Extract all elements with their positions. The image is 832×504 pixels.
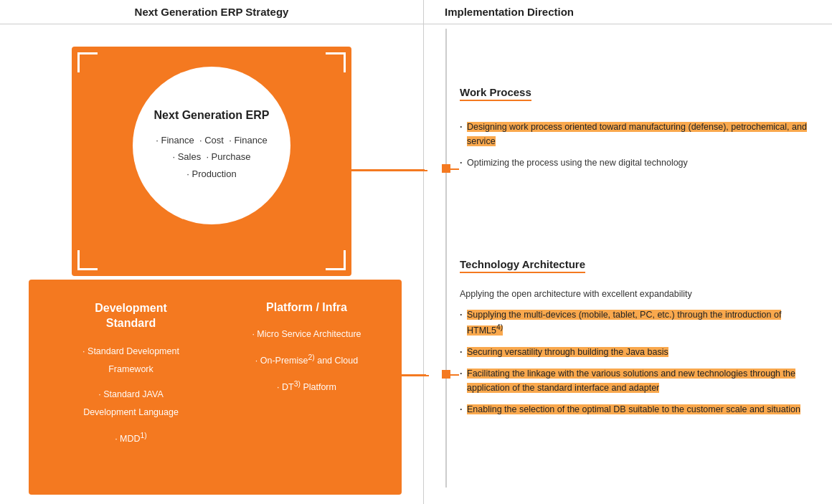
left-panel: Next Generation ERP · Finance · Cost · F… <box>0 0 423 504</box>
dev-standard-items: · Standard DevelopmentFramework · Standa… <box>50 343 212 448</box>
platform-column: Platform / Infra · Micro Service Archite… <box>226 301 387 480</box>
work-process-bullet-2: Optimizing the process using the new dig… <box>460 156 811 170</box>
tech-arch-intro: Applying the open architecture with exce… <box>460 289 811 299</box>
erp-circle: Next Generation ERP · Finance · Cost · F… <box>133 67 290 224</box>
erp-circle-title: Next Generation ERP <box>154 109 270 122</box>
lower-orange-box: DevelopmentStandard · Standard Developme… <box>29 280 402 495</box>
work-process-section: Work Process Designing work process orie… <box>460 86 811 177</box>
right-panel: Work Process Designing work process orie… <box>423 0 832 504</box>
cross-connector-lower <box>399 374 426 376</box>
work-process-title: Work Process <box>460 86 531 101</box>
platform-title: Platform / Infra <box>226 301 387 314</box>
erp-circle-items: · Finance · Cost · Finance · Sales · Pur… <box>156 132 267 182</box>
erp-item-1: · Finance · Cost · Finance <box>156 132 267 148</box>
dev-item-1: · Standard DevelopmentFramework <box>50 343 212 379</box>
corner-bracket-br <box>326 250 346 270</box>
tech-arch-bullet-3: Facilitating the linkage with the variou… <box>460 366 811 395</box>
tech-arch-section: Technology Architecture Applying the ope… <box>460 258 811 424</box>
cross-connector-upper <box>349 169 425 171</box>
platform-item-2: · On-Premise2) and Cloud <box>226 351 387 370</box>
dev-standard-title: DevelopmentStandard <box>50 301 212 331</box>
connector-marker-lower <box>442 370 450 379</box>
upper-orange-box: Next Generation ERP · Finance · Cost · F… <box>72 47 351 276</box>
dev-standard-column: DevelopmentStandard · Standard Developme… <box>50 301 212 480</box>
tech-arch-bullet-2: Securing versatility through building th… <box>460 345 811 359</box>
connector-marker-upper <box>442 164 450 173</box>
page-container: Next Generation ERP Strategy Implementat… <box>0 0 832 504</box>
corner-bracket-bl <box>77 250 98 270</box>
erp-item-2: · Sales · Purchase <box>156 148 267 165</box>
dev-item-2: · Standard JAVADevelopment Language <box>50 386 212 422</box>
dev-item-3: · MDD1) <box>50 429 212 448</box>
platform-items: · Micro Service Architecture · On-Premis… <box>226 325 387 396</box>
corner-bracket-tr <box>326 52 346 72</box>
corner-bracket-tl <box>77 52 98 72</box>
vertical-divider <box>445 29 447 488</box>
work-process-bullet-2-text: Optimizing the process using the new dig… <box>467 158 688 168</box>
platform-item-1: · Micro Service Architecture <box>226 325 387 343</box>
tech-arch-title: Technology Architecture <box>460 258 585 273</box>
work-process-bullet-1: Designing work process oriented toward m… <box>460 120 811 148</box>
tech-arch-bullet-1: Supplying the multi-devices (mobile, tab… <box>460 308 811 338</box>
tech-arch-bullet-4: Enabling the selection of the optimal DB… <box>460 402 811 417</box>
platform-item-3: · DT3) Platform <box>226 377 387 396</box>
erp-item-3: · Production <box>156 166 267 182</box>
work-process-bullet-1-text: Designing work process oriented toward m… <box>467 122 807 146</box>
